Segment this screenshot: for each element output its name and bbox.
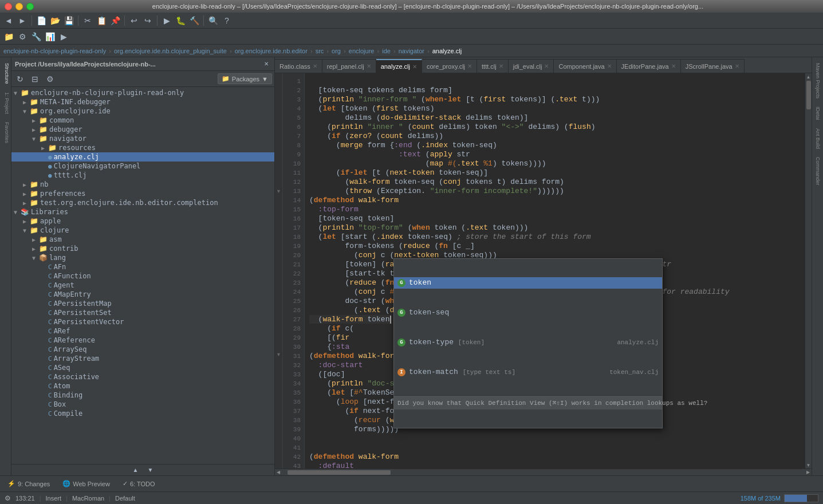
autocomplete-popup[interactable]: G token G token-seq G token-type [token]… xyxy=(393,258,663,428)
close-tab-core[interactable]: ✕ xyxy=(467,63,472,69)
ac-item-token-match[interactable]: I token-match [type text ts] token_nav.c… xyxy=(394,367,662,378)
tab-jdi-eval[interactable]: jdi_eval.clj ✕ xyxy=(509,59,554,73)
redo-button[interactable]: ↪ xyxy=(141,14,154,27)
hscroll-left-arrow[interactable]: ◀ xyxy=(275,469,282,476)
find-button[interactable]: 🔍 xyxy=(207,14,219,27)
bottom-tab-todo[interactable]: ✓ 6: TODO xyxy=(117,478,160,489)
close-tab-jeditor[interactable]: ✕ xyxy=(671,63,676,69)
code-editor[interactable]: [token-seq tokens delims form] (println … xyxy=(305,73,805,468)
close-tab-component[interactable]: ✕ xyxy=(607,63,612,69)
minimize-button[interactable] xyxy=(15,3,23,10)
open-button[interactable]: 📂 xyxy=(49,14,61,27)
tree-item-afn[interactable]: C AFn xyxy=(11,262,274,271)
tree-item-resources[interactable]: ▶ 📁 resources xyxy=(11,143,274,152)
close-tab-analyze[interactable]: ✕ xyxy=(412,64,417,70)
tree-item-navigator-panel[interactable]: ● ClojureNavigatorPanel xyxy=(11,162,274,171)
right-tab-commander[interactable]: Commander xyxy=(814,153,822,189)
scroll-down-button[interactable]: ▼ xyxy=(144,464,157,477)
tree-item-associative[interactable]: C Associative xyxy=(11,372,274,381)
tree-item-apersistentvector[interactable]: C APersistentVector xyxy=(11,317,274,326)
tab-repl-panel[interactable]: repl_panel.clj ✕ xyxy=(322,59,376,73)
tree-item-lang[interactable]: ▼ 📦 lang xyxy=(11,253,274,262)
tree-item-arraystream[interactable]: C ArrayStream xyxy=(11,354,274,363)
view-as-selector[interactable]: 📁 Packages ▼ xyxy=(218,73,272,84)
close-tab-jdi[interactable]: ✕ xyxy=(544,63,549,69)
tree-item-apersistentset[interactable]: C APersistentSet xyxy=(11,308,274,317)
collapse-button[interactable]: ⊟ xyxy=(29,73,41,85)
close-tab-tttt[interactable]: ✕ xyxy=(499,63,503,69)
tree-item-test[interactable]: ▶ 📁 test.org.enclojure.ide.nb.editor.com… xyxy=(11,198,274,207)
left-tab-project[interactable]: 1: Project xyxy=(1,89,11,117)
tree-item-nb[interactable]: ▶ 📁 nb xyxy=(11,180,274,189)
hscroll-thumb[interactable] xyxy=(288,470,391,475)
tree-item-preferences[interactable]: ▶ 📁 preferences xyxy=(11,189,274,198)
tree-item-atom[interactable]: C Atom xyxy=(11,381,274,391)
tab-component[interactable]: Component.java ✕ xyxy=(554,59,616,73)
tree-item-areference[interactable]: C AReference xyxy=(11,336,274,345)
settings-button[interactable]: ⚙ xyxy=(44,73,56,85)
tree-item-debugger[interactable]: ▶ 📁 debugger xyxy=(11,125,274,134)
tree-item-apersistentmap[interactable]: C APersistentMap xyxy=(11,299,274,308)
tab-analyze-clj[interactable]: analyze.clj ✕ xyxy=(376,59,422,73)
debug-button[interactable]: 🐛 xyxy=(174,14,187,27)
tree-item-analyze-clj[interactable]: ● analyze.clj xyxy=(11,152,274,162)
tree-item-clojure[interactable]: ▼ 📁 clojure xyxy=(11,226,274,235)
tree-item-apple[interactable]: ▶ 📁 apple xyxy=(11,216,274,226)
forward-button[interactable]: ► xyxy=(16,14,29,27)
project-panel-close[interactable]: ✕ xyxy=(262,60,271,69)
tree-item-amapentry[interactable]: C AMapEntry xyxy=(11,290,274,299)
tree-item-navigator[interactable]: ▼ 📁 navigator xyxy=(11,134,274,143)
new-button[interactable]: 📄 xyxy=(35,14,48,27)
vertical-scrollbar[interactable]: ▲ ▼ xyxy=(805,73,812,468)
bottom-tab-changes[interactable]: ⚡ 9: Changes xyxy=(2,478,55,489)
toolbar2-btn1[interactable]: 📁 xyxy=(2,30,15,43)
help-button[interactable]: ? xyxy=(220,14,233,27)
right-tab-detail[interactable]: IDetai xyxy=(814,103,822,124)
tab-jscrollpane[interactable]: JScrollPane.java ✕ xyxy=(681,59,745,73)
ac-item-token-seq[interactable]: G token-seq xyxy=(394,307,662,318)
tab-jeditorpane[interactable]: JEditorPane.java ✕ xyxy=(617,59,681,73)
save-button[interactable]: 💾 xyxy=(62,14,75,27)
tree-item-asm[interactable]: ▶ 📁 asm xyxy=(11,235,274,244)
tree-item-compile[interactable]: C Compile xyxy=(11,409,274,418)
tree-item-org-enclojure[interactable]: ▼ 📁 org.enclojure.ide xyxy=(11,107,274,116)
build-button[interactable]: 🔨 xyxy=(188,14,200,27)
copy-button[interactable]: 📋 xyxy=(95,14,108,27)
ac-item-token[interactable]: G token xyxy=(394,277,662,289)
close-tab-repl[interactable]: ✕ xyxy=(367,63,371,69)
scroll-up-button[interactable]: ▲ xyxy=(129,464,142,477)
left-tab-fav[interactable]: Favorites xyxy=(1,119,11,147)
tab-core-proxy[interactable]: core_proxy.clj ✕ xyxy=(422,59,477,73)
back-button[interactable]: ◄ xyxy=(2,14,15,27)
close-button[interactable] xyxy=(5,3,12,10)
tree-item-libraries[interactable]: ▼ 📚 Libraries xyxy=(11,207,274,216)
bottom-tab-web-preview[interactable]: 🌐 Web Preview xyxy=(57,478,115,489)
tree-item-binding[interactable]: C Binding xyxy=(11,391,274,400)
memory-bar[interactable] xyxy=(784,494,818,502)
tree-item-contrib[interactable]: ▶ 📁 contrib xyxy=(11,244,274,253)
horizontal-scrollbar[interactable]: ◀ ▶ xyxy=(275,468,812,475)
ac-item-token-type[interactable]: G token-type [token] analyze.clj xyxy=(394,337,662,348)
run-button[interactable]: ▶ xyxy=(160,14,173,27)
right-tab-ant[interactable]: Ant Build xyxy=(814,125,822,152)
hscroll-right-arrow[interactable]: ▶ xyxy=(805,469,812,476)
cut-button[interactable]: ✂ xyxy=(81,14,94,27)
editor-content[interactable]: ▼ ▼ xyxy=(275,73,812,468)
scroll-down-arrow[interactable]: ▼ xyxy=(805,462,812,468)
undo-button[interactable]: ↩ xyxy=(128,14,140,27)
close-tab-ratio[interactable]: ✕ xyxy=(313,63,317,69)
sync-button[interactable]: ↻ xyxy=(14,73,26,85)
tab-tttt[interactable]: tttt.clj ✕ xyxy=(477,59,509,73)
left-tab-structure[interactable]: Structure xyxy=(1,60,11,88)
tree-item-common[interactable]: ▶ 📁 common xyxy=(11,116,274,125)
tree-item-box[interactable]: C Box xyxy=(11,400,274,409)
close-tab-jscroll[interactable]: ✕ xyxy=(735,63,739,69)
tree-item-meta-inf[interactable]: ▶ 📁 META-INF.debugger xyxy=(11,97,274,107)
tree-item-enclojure-nb[interactable]: ▼ 📁 enclojure-nb-clojure-plugin-read-onl… xyxy=(11,88,274,97)
toolbar2-btn2[interactable]: ⚙ xyxy=(16,30,29,43)
tree-item-tttt[interactable]: ● tttt.clj xyxy=(11,171,274,180)
scroll-thumb[interactable] xyxy=(806,81,811,109)
toolbar2-btn3[interactable]: 🔧 xyxy=(30,30,42,43)
tree-item-afunction[interactable]: C AFunction xyxy=(11,271,274,281)
toolbar2-btn4[interactable]: 📊 xyxy=(44,30,56,43)
